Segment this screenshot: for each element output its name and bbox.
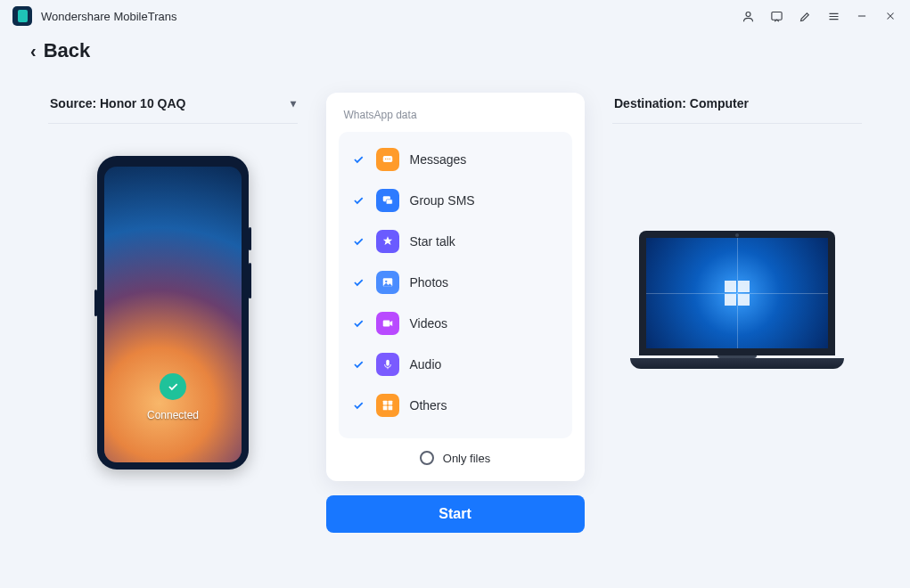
item-label: Photos bbox=[410, 275, 449, 290]
others-icon bbox=[376, 394, 399, 417]
source-device-phone: Connected bbox=[97, 156, 249, 470]
destination-device-laptop bbox=[630, 231, 844, 369]
account-icon[interactable] bbox=[741, 9, 755, 23]
radio-icon[interactable] bbox=[420, 451, 434, 465]
checkbox[interactable] bbox=[351, 234, 365, 249]
svg-rect-15 bbox=[388, 406, 392, 411]
destination-label: Destination: Computer bbox=[614, 96, 749, 110]
feedback-icon[interactable] bbox=[769, 9, 783, 23]
svg-rect-11 bbox=[386, 360, 389, 366]
checkbox[interactable] bbox=[351, 357, 365, 372]
item-label: Others bbox=[410, 398, 447, 412]
panel-title: WhatsApp data bbox=[339, 109, 572, 132]
titlebar: Wondershare MobileTrans bbox=[0, 0, 910, 32]
item-label: Group SMS bbox=[410, 193, 475, 208]
data-list: Messages Group SMS Star talk Photos bbox=[339, 132, 572, 438]
only-files-label: Only files bbox=[443, 452, 490, 465]
close-icon[interactable] bbox=[883, 9, 898, 23]
app-title: Wondershare MobileTrans bbox=[41, 10, 176, 23]
only-files-option[interactable]: Only files bbox=[339, 438, 572, 469]
source-label: Source: Honor 10 QAQ bbox=[50, 96, 185, 110]
connected-check-icon bbox=[160, 373, 186, 400]
minimize-icon[interactable] bbox=[855, 9, 869, 23]
checkbox[interactable] bbox=[351, 152, 365, 167]
menu-icon[interactable] bbox=[826, 9, 840, 23]
start-button[interactable]: Start bbox=[326, 495, 585, 533]
list-item[interactable]: Audio bbox=[344, 344, 567, 385]
item-label: Videos bbox=[410, 316, 448, 331]
windows-logo-icon bbox=[725, 281, 750, 306]
source-header[interactable]: Source: Honor 10 QAQ ▾ bbox=[48, 93, 298, 124]
data-panel: WhatsApp data Messages Group SMS Star ta… bbox=[326, 93, 585, 481]
svg-rect-12 bbox=[382, 401, 387, 405]
destination-header: Destination: Computer bbox=[612, 93, 862, 124]
svg-point-0 bbox=[746, 12, 750, 16]
svg-point-5 bbox=[389, 159, 389, 159]
svg-rect-1 bbox=[771, 12, 781, 20]
item-label: Messages bbox=[410, 152, 467, 167]
back-label: Back bbox=[44, 39, 91, 62]
star-talk-icon bbox=[376, 230, 399, 253]
back-button[interactable]: ‹ Back bbox=[0, 32, 910, 62]
list-item[interactable]: Group SMS bbox=[344, 180, 567, 221]
chevron-left-icon: ‹ bbox=[30, 41, 37, 61]
edit-icon[interactable] bbox=[798, 9, 812, 23]
list-item[interactable]: Messages bbox=[344, 139, 567, 180]
checkbox[interactable] bbox=[351, 316, 365, 331]
source-status: Connected bbox=[147, 409, 199, 421]
photos-icon bbox=[376, 271, 399, 294]
videos-icon bbox=[376, 312, 399, 335]
audio-icon bbox=[376, 353, 399, 376]
svg-point-3 bbox=[384, 159, 385, 159]
svg-point-4 bbox=[387, 159, 388, 159]
checkbox[interactable] bbox=[351, 193, 365, 208]
group-sms-icon bbox=[376, 189, 399, 212]
list-item[interactable]: Others bbox=[344, 385, 567, 426]
app-logo bbox=[12, 6, 32, 26]
svg-rect-7 bbox=[386, 200, 392, 204]
item-label: Star talk bbox=[410, 234, 455, 249]
checkbox[interactable] bbox=[351, 275, 365, 290]
chevron-down-icon[interactable]: ▾ bbox=[291, 97, 296, 110]
messages-icon bbox=[376, 148, 399, 171]
svg-point-9 bbox=[385, 281, 387, 282]
svg-rect-14 bbox=[382, 406, 387, 411]
svg-rect-13 bbox=[388, 401, 392, 405]
svg-rect-10 bbox=[382, 321, 389, 327]
list-item[interactable]: Photos bbox=[344, 262, 567, 303]
list-item[interactable]: Star talk bbox=[344, 221, 567, 262]
checkbox[interactable] bbox=[351, 398, 365, 412]
list-item[interactable]: Videos bbox=[344, 303, 567, 344]
item-label: Audio bbox=[410, 357, 442, 372]
